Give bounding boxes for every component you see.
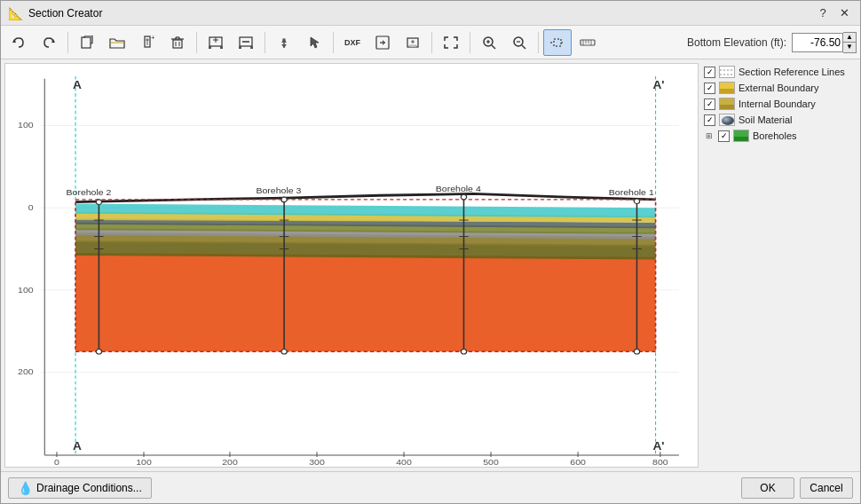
legend-checkbox-soil-material[interactable]: ✓ xyxy=(704,114,715,126)
snap-button[interactable] xyxy=(543,29,572,56)
move-button[interactable] xyxy=(270,29,298,56)
svg-rect-38 xyxy=(409,45,416,47)
drainage-label: Drainage Conditions... xyxy=(36,482,142,494)
svg-text:100: 100 xyxy=(136,458,152,467)
svg-text:+: + xyxy=(151,35,154,42)
cancel-button[interactable]: Cancel xyxy=(800,477,853,499)
svg-text:800: 800 xyxy=(652,458,668,467)
add-borehole-button[interactable]: + xyxy=(133,29,162,56)
svg-text:Borehole 3: Borehole 3 xyxy=(256,186,301,195)
svg-rect-11 xyxy=(173,40,182,48)
ok-button[interactable]: OK xyxy=(741,477,794,499)
remove-button[interactable] xyxy=(232,29,260,56)
svg-rect-25 xyxy=(239,46,241,49)
svg-point-110 xyxy=(634,350,639,355)
main-window: 📐 Section Creator ? ✕ + xyxy=(0,0,861,504)
dxf-button[interactable]: DXF xyxy=(338,29,367,56)
open-button[interactable] xyxy=(103,29,131,56)
legend-item-soil-material: ✓ Soil Material xyxy=(704,113,857,127)
fit-button[interactable] xyxy=(437,29,465,56)
title-bar-controls: ? ✕ xyxy=(814,4,853,22)
bottom-left: 💧 Drainage Conditions... xyxy=(8,477,152,499)
sep1 xyxy=(67,32,68,53)
svg-text:Borehole 4: Borehole 4 xyxy=(436,184,481,193)
sep7 xyxy=(538,32,539,53)
svg-text:Borehole 2: Borehole 2 xyxy=(67,188,112,197)
svg-rect-128 xyxy=(720,98,735,105)
help-button[interactable]: ? xyxy=(814,4,832,22)
legend-icon-soil-material xyxy=(719,114,735,126)
svg-marker-31 xyxy=(311,37,319,48)
legend-checkbox-internal-boundary[interactable]: ✓ xyxy=(704,98,715,110)
svg-rect-22 xyxy=(220,46,223,49)
elevation-up-button[interactable]: ▲ xyxy=(843,33,856,43)
svg-text:A: A xyxy=(73,79,82,91)
svg-rect-26 xyxy=(250,46,253,49)
elevation-down-button[interactable]: ▼ xyxy=(843,43,856,52)
svg-marker-30 xyxy=(281,39,287,43)
svg-point-106 xyxy=(461,350,466,355)
legend-item-boreholes: ⊞ ✓ Boreholes xyxy=(704,129,857,143)
legend-label-section-ref: Section Reference Lines xyxy=(739,67,845,77)
section-canvas: 100 0 100 200 0 100 200 300 400 500 600 xyxy=(5,64,698,467)
close-button[interactable]: ✕ xyxy=(835,4,853,22)
delete-button[interactable] xyxy=(163,29,192,56)
legend-icon-external-boundary xyxy=(719,82,735,94)
new-section-button[interactable] xyxy=(73,29,101,56)
svg-point-97 xyxy=(96,200,101,205)
svg-text:A': A' xyxy=(652,440,664,453)
toolbar: + DXF xyxy=(1,26,860,59)
svg-text:A': A' xyxy=(652,79,664,91)
sep3 xyxy=(265,32,265,53)
sep6 xyxy=(470,32,470,53)
svg-text:A: A xyxy=(73,440,82,453)
svg-rect-129 xyxy=(720,105,735,110)
legend-icon-section-ref xyxy=(719,66,735,78)
legend-label-external-boundary: External Boundary xyxy=(739,83,819,93)
window-title: Section Creator xyxy=(28,7,102,20)
legend-label-internal-boundary: Internal Boundary xyxy=(739,98,816,109)
svg-point-105 xyxy=(461,194,466,200)
right-panel: ✓ Section Reference Lines ✓ External Bou… xyxy=(700,59,860,471)
legend-checkbox-section-ref[interactable]: ✓ xyxy=(704,67,715,78)
svg-point-102 xyxy=(281,350,287,355)
measure-button[interactable] xyxy=(573,29,602,56)
legend-expand-boreholes[interactable]: ⊞ xyxy=(704,130,715,141)
sep2 xyxy=(196,32,197,53)
sep5 xyxy=(431,32,432,53)
zoom-out-button[interactable] xyxy=(505,29,533,56)
toolbar-right: Bottom Elevation (ft): ▲ ▼ xyxy=(687,32,857,53)
canvas-panel[interactable]: 100 0 100 200 0 100 200 300 400 500 600 xyxy=(4,63,699,468)
svg-text:600: 600 xyxy=(570,458,586,467)
zoom-in-button[interactable] xyxy=(475,29,503,56)
svg-text:100: 100 xyxy=(18,121,34,130)
legend-label-boreholes: Boreholes xyxy=(753,130,797,141)
svg-text:0: 0 xyxy=(28,203,34,212)
export-button[interactable] xyxy=(399,29,427,56)
svg-marker-34 xyxy=(383,40,385,45)
legend-item-external-boundary: ✓ External Boundary xyxy=(704,81,857,95)
title-bar: 📐 Section Creator ? ✕ xyxy=(1,1,860,26)
svg-point-109 xyxy=(634,199,639,204)
drainage-button[interactable]: 💧 Drainage Conditions... xyxy=(8,477,152,499)
select-button[interactable] xyxy=(300,29,328,56)
legend-icon-internal-boundary xyxy=(719,98,735,110)
legend-checkbox-external-boundary[interactable]: ✓ xyxy=(704,83,715,94)
svg-point-130 xyxy=(722,116,734,125)
svg-text:0: 0 xyxy=(54,458,59,467)
bottom-bar: 💧 Drainage Conditions... OK Cancel xyxy=(1,471,860,503)
redo-button[interactable] xyxy=(35,29,63,56)
undo-button[interactable] xyxy=(4,29,33,56)
import-button[interactable] xyxy=(368,29,397,56)
svg-text:Borehole 1: Borehole 1 xyxy=(609,188,654,197)
legend-item-section-ref: ✓ Section Reference Lines xyxy=(704,65,857,79)
svg-text:200: 200 xyxy=(222,458,238,467)
svg-text:100: 100 xyxy=(18,285,34,294)
svg-point-98 xyxy=(96,350,101,355)
legend-checkbox-boreholes[interactable]: ✓ xyxy=(718,130,730,142)
insert-button[interactable] xyxy=(201,29,230,56)
svg-text:300: 300 xyxy=(309,458,325,467)
elevation-input[interactable] xyxy=(792,33,843,52)
svg-point-101 xyxy=(281,197,287,202)
app-icon: 📐 xyxy=(8,6,23,20)
